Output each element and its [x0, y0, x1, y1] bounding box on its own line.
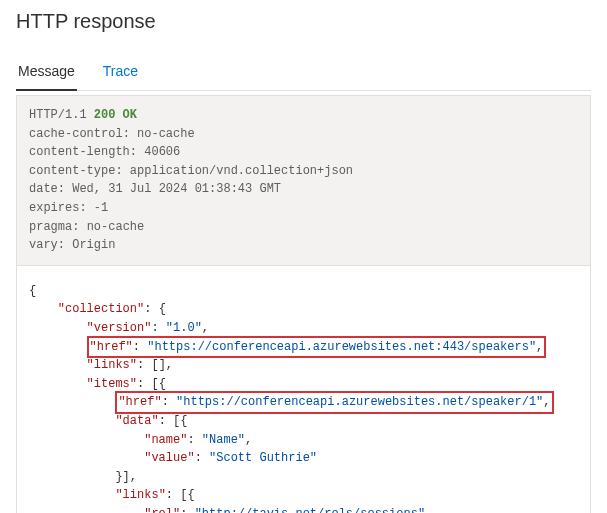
status-line-prefix: HTTP/1.1 [29, 108, 94, 122]
json-key-links: "links" [87, 358, 137, 372]
hdr-expires-k: expires [29, 201, 79, 215]
json-key-items: "items" [87, 377, 137, 391]
hdr-content-length-v: 40606 [144, 145, 180, 159]
status-code: 200 OK [94, 108, 137, 122]
hdr-vary-v: Origin [72, 238, 115, 252]
json-key-value: "value" [144, 451, 194, 465]
tab-message[interactable]: Message [16, 57, 77, 91]
hdr-date-v: Wed, 31 Jul 2024 01:38:43 GMT [72, 182, 281, 196]
tab-trace[interactable]: Trace [101, 57, 140, 91]
json-key-href: "href" [90, 340, 133, 354]
hdr-content-type-v: application/vnd.collection+json [130, 164, 353, 178]
json-key-name: "name" [144, 433, 187, 447]
hdr-cache-control-k: cache-control [29, 127, 123, 141]
tab-bar: Message Trace [16, 57, 591, 91]
hdr-pragma-v: no-cache [87, 220, 145, 234]
highlight-item-href: "href": "https://conferenceapi.azurewebs… [115, 391, 553, 414]
json-key-links2: "links" [115, 488, 165, 502]
json-val-name: "Name" [202, 433, 245, 447]
json-key-collection: "collection" [58, 302, 144, 316]
hdr-cache-control-v: no-cache [137, 127, 195, 141]
highlight-collection-href: "href": "https://conferenceapi.azurewebs… [87, 336, 547, 359]
hdr-expires-v: -1 [94, 201, 108, 215]
page-title: HTTP response [16, 10, 591, 33]
json-val-item-href: "https://conferenceapi.azurewebsites.net… [176, 395, 543, 409]
json-val-version: "1.0" [166, 321, 202, 335]
hdr-content-length-k: content-length [29, 145, 130, 159]
json-val-value: "Scott Guthrie" [209, 451, 317, 465]
json-key-href: "href" [118, 395, 161, 409]
hdr-content-type-k: content-type [29, 164, 115, 178]
hdr-date-k: date [29, 182, 58, 196]
json-key-version: "version" [87, 321, 152, 335]
json-body-block: { "collection": { "version": "1.0", "hre… [16, 266, 591, 513]
json-val-rel: "http://tavis.net/rels/sessions" [195, 507, 425, 513]
http-headers-block: HTTP/1.1 200 OK cache-control: no-cache … [16, 95, 591, 266]
json-val-coll-href: "https://conferenceapi.azurewebsites.net… [147, 340, 536, 354]
hdr-pragma-k: pragma [29, 220, 72, 234]
json-key-data: "data" [115, 414, 158, 428]
hdr-vary-k: vary [29, 238, 58, 252]
json-key-rel: "rel" [144, 507, 180, 513]
